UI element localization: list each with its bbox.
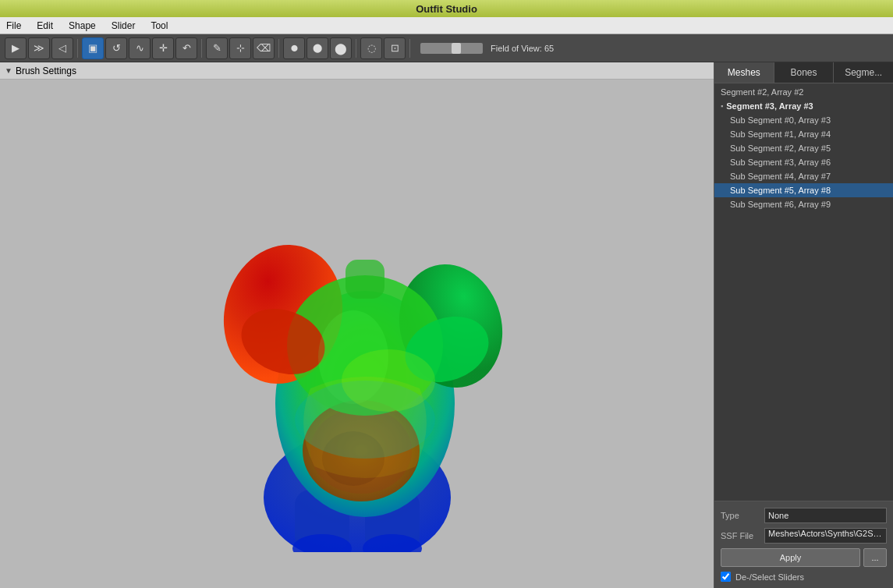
title-text: Outfit Studio — [416, 3, 477, 15]
toolbar-dot-sm-btn[interactable]: ⬤ — [283, 37, 305, 59]
brush-expand-icon[interactable]: ▼ — [5, 66, 12, 75]
toolbar-dot-lg-btn[interactable]: ⬤ — [330, 37, 352, 59]
tabs: Meshes Bones Segme... — [714, 62, 893, 83]
list-item-seg3arr3[interactable]: ▪ Segment #3, Array #3 — [714, 99, 893, 113]
type-input[interactable] — [764, 508, 887, 523]
main-layout: ▼ Brush Settings — [0, 62, 893, 588]
right-panel: Meshes Bones Segme... Segment #2, Array … — [714, 62, 893, 588]
toolbar-draw-btn[interactable]: ✎ — [206, 37, 228, 59]
toolbar-undo-btn[interactable]: ↺ — [105, 37, 127, 59]
ssf-value: Meshes\Actors\Synths\G2Skin_ — [764, 528, 887, 544]
list-item-subseg0[interactable]: Sub Segment #0, Array #3 — [714, 113, 893, 127]
toolbar-back-btn[interactable]: ◁ — [51, 37, 73, 59]
segment-list[interactable]: Segment #2, Array #2 ▪ Segment #3, Array… — [714, 83, 893, 501]
list-item-subseg3[interactable]: Sub Segment #3, Array #6 — [714, 155, 893, 169]
tab-meshes[interactable]: Meshes — [714, 62, 774, 83]
toolbar-outline-btn[interactable]: ⊡ — [384, 37, 406, 59]
viewport[interactable]: ▼ Brush Settings — [0, 62, 714, 588]
deselect-checkbox[interactable] — [721, 572, 731, 582]
list-item-subseg6[interactable]: Sub Segment #6, Array #9 — [714, 197, 893, 211]
properties-panel: Type SSF File Meshes\Actors\Synths\G2Ski… — [714, 501, 893, 588]
title-bar: Outfit Studio — [0, 0, 893, 17]
ssf-row: SSF File Meshes\Actors\Synths\G2Skin_ — [721, 528, 887, 544]
fov-slider[interactable] — [420, 43, 483, 54]
toolbar-sep2 — [201, 39, 202, 58]
list-item-subseg5[interactable]: Sub Segment #5, Array #8 — [714, 183, 893, 197]
apply-button[interactable]: Apply — [721, 548, 860, 567]
brush-settings-label: Brush Settings — [16, 66, 76, 76]
tab-bones[interactable]: Bones — [774, 62, 835, 83]
menu-edit[interactable]: Edit — [34, 19, 56, 33]
toolbar-play-btn[interactable]: ▶ — [5, 37, 27, 59]
toolbar-undo2-btn[interactable]: ↶ — [175, 37, 197, 59]
tab-segments[interactable]: Segme... — [834, 62, 893, 83]
type-label: Type — [721, 511, 760, 520]
toolbar-sep3 — [278, 39, 279, 58]
expand-icon: ▪ — [721, 102, 723, 110]
list-item-subseg1[interactable]: Sub Segment #1, Array #4 — [714, 127, 893, 141]
toolbar: ▶ ≫ ◁ ▣ ↺ ∿ ✛ ↶ ✎ ⊹ ⌫ ⬤ ⬤ ⬤ ◌ ⊡ Field of… — [0, 34, 893, 62]
menu-shape[interactable]: Shape — [66, 19, 99, 33]
brush-settings-bar: ▼ Brush Settings — [0, 62, 714, 80]
list-item-subseg2[interactable]: Sub Segment #2, Array #5 — [714, 141, 893, 155]
toolbar-forward-btn[interactable]: ≫ — [28, 37, 50, 59]
model-svg — [209, 115, 505, 552]
type-row: Type — [721, 508, 887, 523]
btn-row: Apply ... — [721, 548, 887, 567]
toolbar-erase-btn[interactable]: ⌫ — [253, 37, 275, 59]
toolbar-dot-md-btn[interactable]: ⬤ — [307, 37, 328, 59]
toolbar-sep5 — [409, 39, 410, 58]
toolbar-fill-btn[interactable]: ◌ — [360, 37, 382, 59]
list-item-subseg4[interactable]: Sub Segment #4, Array #7 — [714, 169, 893, 183]
menu-bar: File Edit Shape Slider Tool — [0, 17, 893, 34]
menu-slider[interactable]: Slider — [108, 19, 139, 33]
toolbar-sep1 — [77, 39, 78, 58]
deselect-row: De-/Select Sliders — [721, 572, 887, 582]
menu-tool[interactable]: Tool — [147, 19, 171, 33]
menu-file[interactable]: File — [3, 19, 24, 33]
toolbar-select-rect-btn[interactable]: ▣ — [82, 37, 104, 59]
fov-slider-group: Field of View: 65 — [420, 43, 554, 54]
browse-button[interactable]: ... — [863, 548, 887, 567]
fov-slider-thumb — [452, 43, 461, 54]
model-area — [0, 80, 714, 588]
list-item-seg2arr2[interactable]: Segment #2, Array #2 — [714, 85, 893, 99]
toolbar-transform-btn[interactable]: ⊹ — [229, 37, 251, 59]
toolbar-smooth-btn[interactable]: ∿ — [129, 37, 151, 59]
toolbar-move-btn[interactable]: ✛ — [152, 37, 174, 59]
deselect-label: De-/Select Sliders — [735, 572, 804, 582]
svg-rect-12 — [346, 260, 384, 299]
toolbar-sep4 — [356, 39, 356, 58]
fov-label: Field of View: 65 — [491, 44, 554, 53]
ssf-label: SSF File — [721, 531, 760, 540]
